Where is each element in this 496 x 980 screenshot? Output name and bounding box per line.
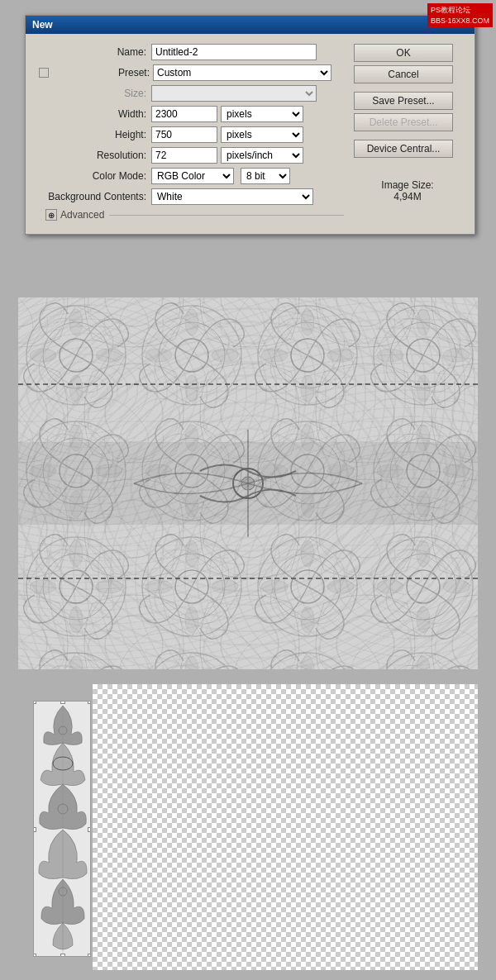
bit-depth-select[interactable]: 8 bit 16 bit 32 bit (241, 168, 290, 184)
resolution-label: Resolution: (39, 150, 146, 161)
dialog-title: New (32, 19, 53, 31)
dialog-body: Name: Preset: Custom Default Photoshop S… (26, 34, 475, 234)
resolution-row: Resolution: pixels/inch pixels/cm (39, 147, 344, 164)
dialog-form: Name: Preset: Custom Default Photoshop S… (39, 44, 344, 226)
ornament-svg (18, 297, 478, 669)
resolution-input[interactable] (151, 147, 217, 164)
small-ornament-image (33, 701, 91, 957)
ok-button[interactable]: OK (354, 44, 453, 62)
delete-preset-button[interactable]: Delete Preset... (354, 113, 453, 131)
width-row: Width: pixels inches cm (39, 106, 344, 122)
transform-handle-bc[interactable] (60, 954, 65, 957)
bg-contents-label: Background Contents: (39, 191, 146, 202)
size-select[interactable] (151, 85, 317, 102)
save-preset-button[interactable]: Save Preset... (354, 92, 453, 110)
transform-handle-tc[interactable] (60, 701, 65, 704)
svg-point-17 (241, 477, 255, 490)
size-row: Size: (39, 85, 344, 102)
advanced-label: Advanced (60, 209, 104, 221)
preset-checkbox (39, 68, 49, 78)
image-size-value: 4,94M (354, 191, 461, 202)
cancel-button[interactable]: Cancel (354, 65, 453, 83)
transform-handle-tr[interactable] (88, 701, 91, 704)
advanced-toggle[interactable]: ⊕ (45, 209, 57, 221)
height-unit-select[interactable]: pixels inches cm (221, 126, 303, 143)
checkerboard-bg (93, 684, 478, 970)
color-mode-selects: RGB Color CMYK Color Lab Color Grayscale… (151, 168, 290, 184)
transform-handle-br[interactable] (88, 954, 91, 957)
preset-select[interactable]: Custom Default Photoshop Size U.S. Paper… (153, 64, 331, 81)
name-input[interactable] (151, 44, 317, 60)
bg-contents-row: Background Contents: White Background Co… (39, 188, 344, 205)
height-input[interactable] (151, 126, 217, 143)
new-document-dialog: New Name: Preset: Custom Default Photosh… (25, 15, 475, 235)
color-mode-label: Color Mode: (39, 170, 146, 182)
width-unit-select[interactable]: pixels inches cm (221, 106, 303, 122)
image-size-label: Image Size: (354, 179, 461, 191)
device-central-button[interactable]: Device Central... (354, 140, 453, 158)
canvas-area-2 (18, 684, 478, 970)
preset-label: Preset: (52, 67, 150, 78)
bg-contents-select[interactable]: White Background Color Transparent (151, 188, 313, 205)
transform-handle-mr[interactable] (88, 827, 91, 832)
advanced-row: ⊕ Advanced (39, 209, 344, 226)
color-mode-select[interactable]: RGB Color CMYK Color Lab Color Grayscale (151, 168, 234, 184)
height-label: Height: (39, 129, 146, 140)
watermark: PS教程论坛 BBS·16XX8.COM (427, 3, 493, 27)
width-input[interactable] (151, 106, 217, 122)
name-row: Name: (39, 44, 344, 60)
advanced-divider (109, 215, 344, 216)
dialog-buttons: OK Cancel Save Preset... Delete Preset..… (354, 44, 461, 226)
height-row: Height: pixels inches cm (39, 126, 344, 143)
transform-handle-ml[interactable] (33, 827, 36, 832)
preset-row: Preset: Custom Default Photoshop Size U.… (39, 64, 344, 81)
small-ornament-svg (34, 702, 91, 957)
canvas-area-1 (18, 297, 478, 669)
resolution-unit-select[interactable]: pixels/inch pixels/cm (221, 147, 303, 164)
name-label: Name: (39, 46, 146, 58)
dialog-titlebar: New (26, 16, 475, 34)
size-label: Size: (39, 88, 146, 99)
ornament-pattern (18, 297, 478, 669)
transform-handle-tl[interactable] (33, 701, 36, 704)
width-label: Width: (39, 108, 146, 120)
color-mode-row: Color Mode: RGB Color CMYK Color Lab Col… (39, 168, 344, 184)
transform-handle-bl[interactable] (33, 954, 36, 957)
